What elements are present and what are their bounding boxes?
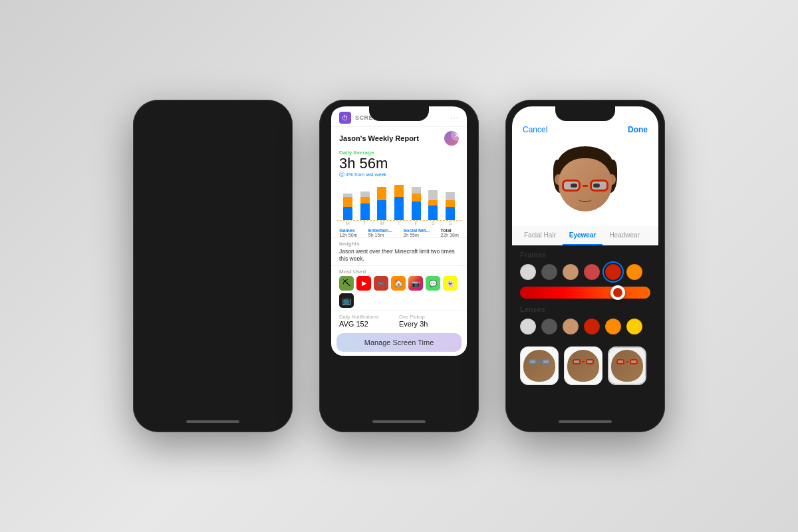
bar-friday xyxy=(410,187,422,220)
lens-swatch-gray[interactable] xyxy=(520,319,536,334)
app-youtube[interactable]: ▶ xyxy=(356,276,371,291)
frame-color-swatches xyxy=(520,264,650,280)
dots-menu[interactable]: ··· xyxy=(450,113,459,122)
bar-sunday xyxy=(444,192,456,220)
swatch-dark[interactable] xyxy=(541,264,557,280)
day-s2: S xyxy=(444,221,457,225)
pickup-value: Every 3h xyxy=(399,320,459,328)
manage-screen-time-button[interactable]: Manage Screen Time xyxy=(336,333,462,352)
legend-entertain: Entertain... 5h 15m xyxy=(368,228,392,237)
lenses-title: Lenses xyxy=(520,305,650,313)
legend-social-label: Social Net... xyxy=(403,228,430,233)
day-labels: M T W T F S S xyxy=(336,221,462,225)
facetime-screen xyxy=(140,106,286,416)
legend-games-value: 12h 50m xyxy=(339,233,357,237)
mini-memoji-1 xyxy=(523,350,555,382)
notch xyxy=(183,106,243,121)
close-button[interactable]: ✕ xyxy=(451,129,463,141)
app-icon-4[interactable]: 🏠 xyxy=(391,276,406,291)
day-m: M xyxy=(341,221,354,225)
mini-memoji-2 xyxy=(567,350,599,382)
notch-2 xyxy=(369,106,429,121)
slider-thumb[interactable] xyxy=(610,285,625,300)
pickup-block: One Pickup Every 3h xyxy=(399,314,459,328)
phones-container: ✕ ⏱ SCREEN TIME ··· Jason's Weekly Repor… xyxy=(133,100,665,432)
screen-time-screen: ✕ ⏱ SCREEN TIME ··· Jason's Weekly Repor… xyxy=(326,106,472,416)
lens-swatch-orange[interactable] xyxy=(605,319,621,334)
home-indicator xyxy=(186,420,239,423)
legend-social-value: 2h 55m xyxy=(403,233,418,237)
legend-total-label: Total xyxy=(441,228,452,233)
frames-title: Frames xyxy=(520,251,650,259)
swatch-red-selected[interactable] xyxy=(605,264,621,280)
notifications-section: Daily Notifications AVG 152 One Pickup E… xyxy=(331,311,467,331)
screen-time-card: ⏱ SCREEN TIME ··· Jason's Weekly Report … xyxy=(331,106,467,356)
notch-3 xyxy=(555,106,615,121)
daily-avg-change: ⓪ 4% from last week xyxy=(331,172,467,181)
lens-swatch-yellow[interactable] xyxy=(626,319,642,334)
legend-social: Social Net... 2h 55m xyxy=(403,228,430,237)
app-icons-row: ⛏ ▶ 🎮 🏠 📷 💬 👻 📺 xyxy=(339,276,459,308)
daily-notif-label: Daily Notifications xyxy=(339,314,399,320)
memoji-tabs: Facial Hair Eyewear Headwear xyxy=(512,226,658,245)
daily-notif-block: Daily Notifications AVG 152 xyxy=(339,314,399,328)
legend-entertain-value: 5h 15m xyxy=(368,233,384,237)
lens-color-swatches xyxy=(520,319,650,334)
bars-row xyxy=(336,181,462,221)
daily-notif-value: AVG 152 xyxy=(339,320,399,328)
lens-swatch-red[interactable] xyxy=(584,319,600,334)
bar-monday xyxy=(342,194,354,220)
day-w: W xyxy=(375,221,388,225)
done-button[interactable]: Done xyxy=(628,125,648,134)
memoji-preview-1[interactable] xyxy=(520,346,559,385)
weekly-report-title: Jason's Weekly Report xyxy=(339,134,419,142)
lens-swatch-dark[interactable] xyxy=(541,319,557,334)
app-minecraft[interactable]: ⛏ xyxy=(339,276,354,291)
memoji-preview-2[interactable] xyxy=(564,346,602,385)
home-indicator-2 xyxy=(372,420,426,423)
app-messages[interactable]: 💬 xyxy=(426,276,440,291)
daily-avg-time: 3h 56m xyxy=(331,156,467,172)
legend-games: Games 12h 50m xyxy=(339,228,357,237)
bar-tuesday xyxy=(359,192,371,220)
phone-facetime xyxy=(133,100,293,432)
legend-total-value: 22h 38m xyxy=(441,233,459,237)
color-slider[interactable] xyxy=(520,287,650,299)
phone-memoji: Cancel Done xyxy=(505,100,665,432)
lens-swatch-tan[interactable] xyxy=(563,319,579,334)
swatch-red-light[interactable] xyxy=(584,264,600,280)
day-s1: S xyxy=(426,221,440,225)
memoji-avatar-area xyxy=(512,140,658,226)
app-instagram[interactable]: 📷 xyxy=(408,276,423,291)
cancel-button[interactable]: Cancel xyxy=(523,125,547,134)
legend-games-label: Games xyxy=(339,228,354,233)
weekly-report-header: Jason's Weekly Report xyxy=(331,127,467,148)
memoji-previews xyxy=(512,346,658,390)
day-f: F xyxy=(410,221,423,225)
app-game[interactable]: 🎮 xyxy=(374,276,388,291)
app-snapchat[interactable]: 👻 xyxy=(443,276,458,291)
tab-eyewear[interactable]: Eyewear xyxy=(563,226,603,245)
most-used-section: Most Used ⛏ ▶ 🎮 🏠 📷 💬 👻 📺 xyxy=(331,265,467,311)
app-tv[interactable]: 📺 xyxy=(339,293,354,308)
day-t2: T xyxy=(392,221,406,225)
screen-time-icon: ⏱ xyxy=(339,112,351,124)
bar-chart: M T W T F S S xyxy=(331,181,467,225)
most-used-title: Most Used xyxy=(339,269,459,275)
legend-total: Total 22h 38m xyxy=(441,228,459,237)
mini-memoji-3 xyxy=(611,350,643,382)
swatch-gray[interactable] xyxy=(520,264,536,280)
pickup-label: One Pickup xyxy=(399,314,459,320)
swatch-tan[interactable] xyxy=(563,264,579,280)
memoji-preview-3[interactable] xyxy=(608,346,646,385)
chart-legend: Games 12h 50m Entertain... 5h 15m Social… xyxy=(331,225,467,237)
insights-section: Insights Jason went over their Minecraft… xyxy=(331,237,467,265)
day-t1: T xyxy=(358,221,372,225)
swatch-orange[interactable] xyxy=(626,264,642,280)
memoji-content: Frames Lenses xyxy=(512,245,658,346)
phone-screen-time: ✕ ⏱ SCREEN TIME ··· Jason's Weekly Repor… xyxy=(319,100,479,432)
memoji-screen: Cancel Done xyxy=(512,106,658,416)
tab-facial-hair[interactable]: Facial Hair xyxy=(517,226,563,245)
insights-text: Jason went over their Minecraft limit tw… xyxy=(339,248,459,263)
tab-headwear[interactable]: Headwear xyxy=(602,226,646,245)
